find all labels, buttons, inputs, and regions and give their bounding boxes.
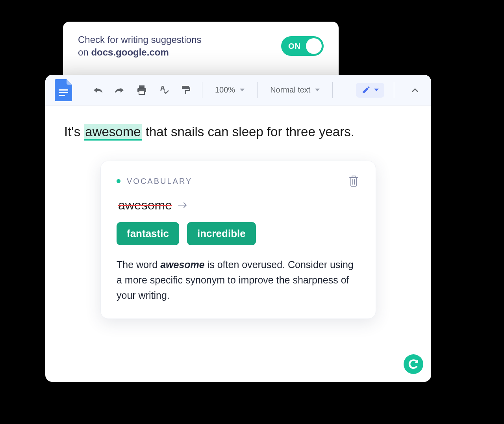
- category-dot-icon: [117, 179, 120, 183]
- svg-rect-5: [139, 91, 145, 94]
- toolbar-divider: [257, 82, 258, 98]
- toolbar-divider: [394, 82, 394, 98]
- docs-toolbar: 100% Normal text: [45, 75, 431, 106]
- svg-rect-3: [139, 85, 145, 88]
- text-prefix: It's: [64, 124, 84, 139]
- dismiss-suggestion-button[interactable]: [348, 174, 360, 188]
- print-icon[interactable]: [135, 83, 148, 97]
- style-value: Normal text: [270, 85, 310, 94]
- collapse-toolbar-button[interactable]: [408, 83, 422, 97]
- editing-mode-button[interactable]: [356, 83, 384, 98]
- highlighted-word[interactable]: awesome: [84, 124, 142, 141]
- caret-down-icon: [240, 89, 245, 91]
- suggestion-chips: fantastic incredible: [117, 222, 360, 245]
- original-word: awesome: [118, 198, 172, 213]
- document-text: It's awesome that snails can sleep for t…: [64, 123, 412, 141]
- arrow-right-icon: [178, 199, 188, 211]
- caret-down-icon: [315, 89, 320, 91]
- suggestion-chip-fantastic[interactable]: fantastic: [117, 222, 179, 245]
- toggle-text-line2-prefix: on: [78, 47, 91, 57]
- style-dropdown[interactable]: Normal text: [267, 85, 323, 94]
- toggle-state-label: ON: [288, 42, 301, 51]
- toggle-description: Check for writing suggestions on docs.go…: [78, 33, 201, 59]
- zoom-dropdown[interactable]: 100%: [212, 85, 248, 94]
- pencil-icon: [361, 86, 370, 94]
- svg-rect-2: [59, 95, 65, 96]
- suggestion-chip-incredible[interactable]: incredible: [187, 222, 256, 245]
- toggle-domain: docs.google.com: [91, 47, 169, 57]
- google-docs-logo-icon[interactable]: [55, 79, 72, 101]
- caret-down-icon: [374, 89, 379, 91]
- text-suffix: that snails can sleep for three years.: [142, 124, 354, 139]
- spellcheck-icon[interactable]: [157, 83, 170, 97]
- editor-window: 100% Normal text It's awesome that snail…: [45, 75, 431, 382]
- paint-format-icon[interactable]: [179, 83, 193, 97]
- suggestions-toggle[interactable]: ON: [281, 36, 324, 56]
- toggle-text-line1: Check for writing suggestions: [78, 34, 201, 45]
- svg-rect-6: [182, 86, 189, 89]
- undo-icon[interactable]: [91, 83, 104, 97]
- svg-rect-0: [59, 89, 68, 91]
- explanation-emphasized-word: awesome: [160, 259, 205, 270]
- suggestion-category: VOCABULARY: [117, 177, 192, 186]
- category-label: VOCABULARY: [127, 177, 192, 186]
- extension-toggle-panel: Check for writing suggestions on docs.go…: [63, 22, 339, 81]
- grammarly-icon: [407, 358, 420, 370]
- grammarly-badge[interactable]: [404, 354, 423, 374]
- suggestion-card: VOCABULARY awesome fantastic incredible: [100, 161, 376, 319]
- svg-rect-1: [59, 92, 68, 93]
- suggestion-header: VOCABULARY: [117, 174, 360, 188]
- toggle-knob: [306, 38, 322, 54]
- suggestion-explanation: The word awesome is often overused. Cons…: [117, 257, 360, 303]
- redo-icon[interactable]: [113, 83, 126, 97]
- document-body[interactable]: It's awesome that snails can sleep for t…: [45, 106, 431, 336]
- toolbar-divider: [202, 82, 202, 98]
- replacement-row: awesome: [118, 198, 360, 213]
- zoom-value: 100%: [215, 85, 235, 94]
- toolbar-divider: [332, 82, 333, 98]
- explanation-prefix: The word: [117, 259, 160, 270]
